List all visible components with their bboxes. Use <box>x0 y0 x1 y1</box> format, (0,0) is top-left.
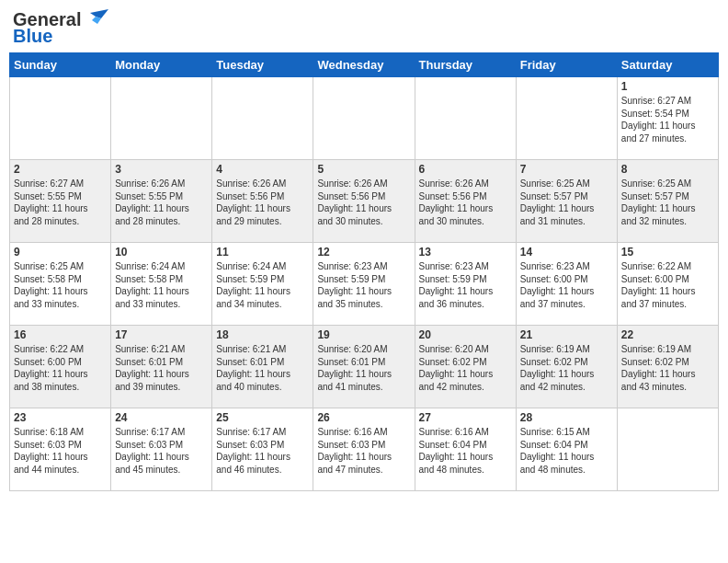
week-row-0: 1Sunrise: 6:27 AM Sunset: 5:54 PM Daylig… <box>10 77 719 160</box>
day-info: Sunrise: 6:25 AM Sunset: 5:57 PM Dayligh… <box>520 178 613 227</box>
day-cell-28: 28Sunrise: 6:15 AM Sunset: 6:04 PM Dayli… <box>516 408 617 491</box>
day-info: Sunrise: 6:15 AM Sunset: 6:04 PM Dayligh… <box>520 426 613 476</box>
week-row-2: 9Sunrise: 6:25 AM Sunset: 5:58 PM Daylig… <box>10 243 719 326</box>
day-cell-26: 26Sunrise: 6:16 AM Sunset: 6:03 PM Dayli… <box>313 408 415 491</box>
day-cell-14: 14Sunrise: 6:23 AM Sunset: 6:00 PM Dayli… <box>516 243 617 326</box>
day-cell-3: 3Sunrise: 6:26 AM Sunset: 5:55 PM Daylig… <box>111 160 212 243</box>
day-cell-13: 13Sunrise: 6:23 AM Sunset: 5:59 PM Dayli… <box>415 243 516 326</box>
day-number: 4 <box>216 163 309 176</box>
day-info: Sunrise: 6:26 AM Sunset: 5:56 PM Dayligh… <box>317 178 410 227</box>
day-cell-16: 16Sunrise: 6:22 AM Sunset: 6:00 PM Dayli… <box>10 326 111 408</box>
day-number: 25 <box>216 411 309 424</box>
week-row-1: 2Sunrise: 6:27 AM Sunset: 5:55 PM Daylig… <box>10 160 719 243</box>
day-cell-25: 25Sunrise: 6:17 AM Sunset: 6:03 PM Dayli… <box>212 408 313 491</box>
logo-blue: Blue <box>13 26 52 47</box>
day-number: 20 <box>419 328 512 341</box>
day-info: Sunrise: 6:27 AM Sunset: 5:55 PM Dayligh… <box>14 178 107 227</box>
day-cell-1: 1Sunrise: 6:27 AM Sunset: 5:54 PM Daylig… <box>617 77 718 160</box>
empty-cell <box>415 77 516 160</box>
day-info: Sunrise: 6:21 AM Sunset: 6:01 PM Dayligh… <box>216 343 309 393</box>
day-number: 26 <box>317 411 410 424</box>
day-cell-10: 10Sunrise: 6:24 AM Sunset: 5:58 PM Dayli… <box>111 243 212 326</box>
day-number: 11 <box>216 246 309 259</box>
day-info: Sunrise: 6:25 AM Sunset: 5:58 PM Dayligh… <box>14 260 107 310</box>
day-number: 15 <box>621 246 714 259</box>
day-cell-20: 20Sunrise: 6:20 AM Sunset: 6:02 PM Dayli… <box>415 326 516 408</box>
day-info: Sunrise: 6:16 AM Sunset: 6:03 PM Dayligh… <box>317 426 410 476</box>
day-cell-4: 4Sunrise: 6:26 AM Sunset: 5:56 PM Daylig… <box>212 160 313 243</box>
day-cell-5: 5Sunrise: 6:26 AM Sunset: 5:56 PM Daylig… <box>313 160 415 243</box>
empty-cell <box>617 408 718 491</box>
day-cell-7: 7Sunrise: 6:25 AM Sunset: 5:57 PM Daylig… <box>516 160 617 243</box>
day-info: Sunrise: 6:24 AM Sunset: 5:58 PM Dayligh… <box>115 260 208 310</box>
day-number: 28 <box>520 411 613 424</box>
day-number: 17 <box>115 328 208 341</box>
header-sunday: Sunday <box>10 53 111 77</box>
day-number: 1 <box>621 80 714 93</box>
calendar-header-row: SundayMondayTuesdayWednesdayThursdayFrid… <box>10 53 719 77</box>
header-saturday: Saturday <box>617 53 718 77</box>
day-info: Sunrise: 6:18 AM Sunset: 6:03 PM Dayligh… <box>14 426 107 476</box>
day-cell-21: 21Sunrise: 6:19 AM Sunset: 6:02 PM Dayli… <box>516 326 617 408</box>
empty-cell <box>10 77 111 160</box>
header-wednesday: Wednesday <box>313 53 415 77</box>
day-cell-15: 15Sunrise: 6:22 AM Sunset: 6:00 PM Dayli… <box>617 243 718 326</box>
day-cell-19: 19Sunrise: 6:20 AM Sunset: 6:01 PM Dayli… <box>313 326 415 408</box>
day-number: 12 <box>317 246 410 259</box>
day-info: Sunrise: 6:25 AM Sunset: 5:57 PM Dayligh… <box>621 178 714 227</box>
day-cell-8: 8Sunrise: 6:25 AM Sunset: 5:57 PM Daylig… <box>617 160 718 243</box>
header-thursday: Thursday <box>415 53 516 77</box>
day-info: Sunrise: 6:27 AM Sunset: 5:54 PM Dayligh… <box>621 95 714 144</box>
day-cell-17: 17Sunrise: 6:21 AM Sunset: 6:01 PM Dayli… <box>111 326 212 408</box>
day-number: 13 <box>419 246 512 259</box>
day-cell-11: 11Sunrise: 6:24 AM Sunset: 5:59 PM Dayli… <box>212 243 313 326</box>
calendar-table: SundayMondayTuesdayWednesdayThursdayFrid… <box>9 52 719 491</box>
day-info: Sunrise: 6:19 AM Sunset: 6:02 PM Dayligh… <box>520 343 613 393</box>
day-number: 8 <box>621 163 714 176</box>
day-number: 3 <box>115 163 208 176</box>
day-number: 14 <box>520 246 613 259</box>
day-number: 24 <box>115 411 208 424</box>
day-number: 5 <box>317 163 410 176</box>
day-info: Sunrise: 6:26 AM Sunset: 5:55 PM Dayligh… <box>115 178 208 227</box>
day-info: Sunrise: 6:16 AM Sunset: 6:04 PM Dayligh… <box>419 426 512 476</box>
header-friday: Friday <box>516 53 617 77</box>
day-number: 23 <box>14 411 107 424</box>
day-info: Sunrise: 6:23 AM Sunset: 6:00 PM Dayligh… <box>520 260 613 310</box>
day-cell-9: 9Sunrise: 6:25 AM Sunset: 5:58 PM Daylig… <box>10 243 111 326</box>
day-info: Sunrise: 6:22 AM Sunset: 6:00 PM Dayligh… <box>14 343 107 393</box>
day-number: 2 <box>14 163 107 176</box>
day-number: 16 <box>14 328 107 341</box>
page-header: General Blue <box>9 9 719 47</box>
day-cell-23: 23Sunrise: 6:18 AM Sunset: 6:03 PM Dayli… <box>10 408 111 491</box>
day-info: Sunrise: 6:24 AM Sunset: 5:59 PM Dayligh… <box>216 260 309 310</box>
day-cell-22: 22Sunrise: 6:19 AM Sunset: 6:02 PM Dayli… <box>617 326 718 408</box>
day-info: Sunrise: 6:17 AM Sunset: 6:03 PM Dayligh… <box>216 426 309 476</box>
header-monday: Monday <box>111 53 212 77</box>
day-info: Sunrise: 6:20 AM Sunset: 6:01 PM Dayligh… <box>317 343 410 393</box>
day-number: 22 <box>621 328 714 341</box>
week-row-3: 16Sunrise: 6:22 AM Sunset: 6:00 PM Dayli… <box>10 326 719 408</box>
day-cell-6: 6Sunrise: 6:26 AM Sunset: 5:56 PM Daylig… <box>415 160 516 243</box>
day-info: Sunrise: 6:26 AM Sunset: 5:56 PM Dayligh… <box>419 178 512 227</box>
day-number: 7 <box>520 163 613 176</box>
day-cell-18: 18Sunrise: 6:21 AM Sunset: 6:01 PM Dayli… <box>212 326 313 408</box>
day-info: Sunrise: 6:20 AM Sunset: 6:02 PM Dayligh… <box>419 343 512 393</box>
day-info: Sunrise: 6:23 AM Sunset: 5:59 PM Dayligh… <box>419 260 512 310</box>
day-cell-12: 12Sunrise: 6:23 AM Sunset: 5:59 PM Dayli… <box>313 243 415 326</box>
day-cell-2: 2Sunrise: 6:27 AM Sunset: 5:55 PM Daylig… <box>10 160 111 243</box>
day-info: Sunrise: 6:23 AM Sunset: 5:59 PM Dayligh… <box>317 260 410 310</box>
day-number: 6 <box>419 163 512 176</box>
day-info: Sunrise: 6:19 AM Sunset: 6:02 PM Dayligh… <box>621 343 714 393</box>
week-row-4: 23Sunrise: 6:18 AM Sunset: 6:03 PM Dayli… <box>10 408 719 491</box>
day-cell-27: 27Sunrise: 6:16 AM Sunset: 6:04 PM Dayli… <box>415 408 516 491</box>
day-number: 9 <box>14 246 107 259</box>
day-number: 27 <box>419 411 512 424</box>
day-info: Sunrise: 6:22 AM Sunset: 6:00 PM Dayligh… <box>621 260 714 310</box>
empty-cell <box>212 77 313 160</box>
day-info: Sunrise: 6:26 AM Sunset: 5:56 PM Dayligh… <box>216 178 309 227</box>
day-number: 19 <box>317 328 410 341</box>
day-number: 21 <box>520 328 613 341</box>
logo-bird-icon <box>83 9 108 29</box>
day-info: Sunrise: 6:21 AM Sunset: 6:01 PM Dayligh… <box>115 343 208 393</box>
